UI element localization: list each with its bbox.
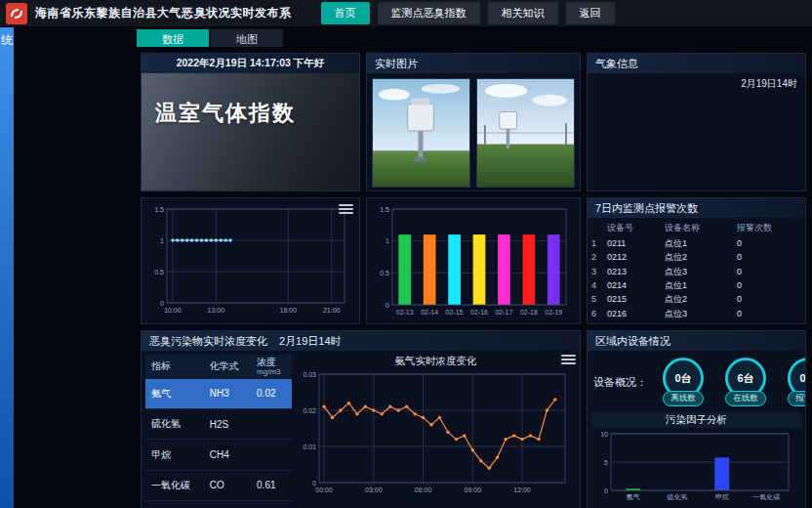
index-trend-chart: 00.511.510:0013:0018:0021:00 <box>143 202 352 316</box>
col-device-name: 设备名称 <box>661 220 733 236</box>
alarm-row: 40214点位10 <box>588 278 805 292</box>
chart-menu-icon[interactable] <box>339 202 353 216</box>
pollutant-table: 指标 化学式 浓度mg/m3 氨气NH30.02硫化氢H2S甲烷CH4一氧化碳C… <box>145 355 292 501</box>
svg-text:10:00: 10:00 <box>164 307 182 314</box>
app-title: 海南省乐东黎族自治县大气恶臭状况实时发布系 <box>35 5 292 21</box>
svg-text:06:00: 06:00 <box>415 487 432 493</box>
nav-item-0[interactable]: 首页 <box>321 2 370 24</box>
factor-analysis-wrap: 0510氨气硫化氢甲烷一氧化碳 <box>588 428 805 508</box>
tab-0[interactable]: 数据 <box>137 29 209 47</box>
col-device-id: 设备号 <box>603 220 661 236</box>
svg-text:0.5: 0.5 <box>380 270 389 276</box>
nav-item-1[interactable]: 监测点恶臭指数 <box>378 2 480 24</box>
device-overview: 设备概况： 0台离线数6台在线数0台报警数 <box>588 351 805 409</box>
alarm-row: 30213点位30 <box>588 265 805 278</box>
alarm-row: 20212点位20 <box>588 250 805 264</box>
col-formula: 化学式 <box>204 355 251 379</box>
alarm-table-body: 10211点位1020212点位2030213点位3040214点位105021… <box>588 236 805 320</box>
svg-text:0.5: 0.5 <box>154 269 164 275</box>
nh3-trend-chart: 00.010.020.0300:0003:0006:0009:0012:00 <box>292 368 575 495</box>
pollutant-row[interactable]: 硫化氢H2S <box>145 409 292 440</box>
nav-item-2[interactable]: 相关知识 <box>488 2 558 24</box>
left-accent-strip: 统 <box>0 27 14 508</box>
nh3-chart-title: 氨气实时浓度变化 <box>292 351 580 368</box>
factor-analysis-chart: 0510氨气硫化氢甲烷一氧化碳 <box>591 430 796 502</box>
overview-label: 设备概况： <box>593 375 647 390</box>
nh3-chart-area: 氨气实时浓度变化 00.010.020.0300:0003:0006:0009:… <box>292 351 580 501</box>
devices-title: 区域内设备情况 <box>595 334 670 349</box>
svg-text:18:00: 18:00 <box>280 307 298 314</box>
svg-text:0: 0 <box>604 487 608 494</box>
svg-text:1: 1 <box>160 237 164 244</box>
svg-text:02-16: 02-16 <box>470 309 488 316</box>
top-bar: 海南省乐东黎族自治县大气恶臭状况实时发布系 首页监测点恶臭指数相关知识返回 <box>0 0 812 27</box>
svg-text:02-19: 02-19 <box>545 309 562 316</box>
analysis-title: 污染因子分析 <box>591 412 801 428</box>
svg-text:5: 5 <box>604 459 608 466</box>
svg-text:02-17: 02-17 <box>495 309 512 316</box>
weather-date: 2月19日14时 <box>741 78 797 89</box>
pollutant-table-body: 氨气NH30.02硫化氢H2S甲烷CH4一氧化碳CO0.61 <box>145 379 292 501</box>
alarm-table: 设备号 设备名称 报警次数 10211点位1020212点位2030213点位3… <box>588 220 805 320</box>
main-frame: 统 数据地图 2022年2月19日 14:17:03 下午好 温室气体指数 实时… <box>0 27 812 508</box>
device-stat: 6台在线数 <box>717 358 774 406</box>
daily-index-chart: 00.511.502-1302-1402-1502-1602-1702-1802… <box>369 202 574 318</box>
weather-header: 气象信息 <box>588 54 805 73</box>
panel-alarms: 7日内监测点报警次数 设备号 设备名称 报警次数 10211点位1020212点… <box>587 197 806 324</box>
alarm-row: 10211点位10 <box>588 236 805 250</box>
stat-label: 报警数 <box>788 391 806 406</box>
tab-1[interactable]: 地图 <box>211 29 283 47</box>
site-photo-1[interactable] <box>372 78 470 188</box>
svg-text:0.01: 0.01 <box>303 444 316 450</box>
pollutant-row[interactable]: 甲烷CH4 <box>145 440 292 470</box>
stat-label: 离线数 <box>663 391 704 406</box>
svg-text:1.5: 1.5 <box>154 206 164 213</box>
photos-title: 实时图片 <box>375 57 418 71</box>
svg-text:02-18: 02-18 <box>520 309 538 316</box>
alarms-title: 7日内监测点报警次数 <box>595 201 698 216</box>
panel-greeting: 2022年2月19日 14:17:03 下午好 温室气体指数 <box>141 53 360 191</box>
svg-text:02-15: 02-15 <box>446 309 464 316</box>
svg-text:13:00: 13:00 <box>208 307 225 314</box>
current-datetime: 2022年2月19日 14:17:03 下午好 <box>177 57 325 70</box>
page-headline: 温室气体指数 <box>155 99 345 128</box>
device-stat: 0台报警数 <box>780 358 806 406</box>
pollutant-row[interactable]: 氨气NH30.02 <box>145 379 292 409</box>
weather-body: 2月19日14时 <box>588 73 805 95</box>
col-indicator: 指标 <box>145 355 204 379</box>
alarm-row: 50215点位20 <box>588 292 805 306</box>
site-photo-2[interactable] <box>476 78 575 188</box>
panel-daily-index: 00.511.502-1302-1402-1502-1602-1702-1802… <box>366 197 581 324</box>
main-area: 数据地图 2022年2月19日 14:17:03 下午好 温室气体指数 实时图片 <box>135 27 812 508</box>
pollutants-body: 指标 化学式 浓度mg/m3 氨气NH30.02硫化氢H2S甲烷CH4一氧化碳C… <box>142 351 580 501</box>
left-sidebar <box>14 27 135 508</box>
stat-label: 在线数 <box>725 391 766 406</box>
pollutants-header: 恶臭污染物实时浓度变化 2月19日14时 <box>142 331 580 351</box>
svg-text:00:00: 00:00 <box>315 487 333 493</box>
svg-text:09:00: 09:00 <box>465 487 482 493</box>
datetime-bar: 2022年2月19日 14:17:03 下午好 <box>142 54 359 73</box>
svg-text:0: 0 <box>312 480 316 487</box>
device-stats: 0台离线数6台在线数0台报警数 <box>655 358 806 406</box>
svg-text:氨气: 氨气 <box>627 493 640 500</box>
app-logo-icon <box>6 3 27 24</box>
weather-title: 气象信息 <box>595 57 638 71</box>
col-unit: mg/m3 <box>257 368 286 376</box>
svg-text:10: 10 <box>600 431 608 438</box>
alarm-table-header: 设备号 设备名称 报警次数 <box>588 220 805 236</box>
svg-text:硫化氢: 硫化氢 <box>667 493 688 501</box>
daily-index-wrap: 00.511.502-1302-1402-1502-1602-1702-1802… <box>367 198 580 324</box>
svg-text:甲烷: 甲烷 <box>715 493 729 501</box>
svg-text:一氧化碳: 一氧化碳 <box>752 493 780 501</box>
panel-pollutants: 恶臭污染物实时浓度变化 2月19日14时 指标 化学式 浓度mg/m3 氨气NH… <box>141 330 581 508</box>
device-stat: 0台离线数 <box>655 358 711 406</box>
nav-item-3[interactable]: 返回 <box>566 2 615 24</box>
panel-photos: 实时图片 <box>366 53 581 191</box>
chart-menu-icon[interactable] <box>561 353 576 366</box>
tab-bar: 数据地图 <box>135 27 812 47</box>
pollutant-row[interactable]: 一氧化碳CO0.61 <box>145 470 292 500</box>
hero-banner: 温室气体指数 <box>142 73 359 191</box>
pollutants-date: 2月19日14时 <box>279 334 342 349</box>
svg-text:0: 0 <box>386 302 389 309</box>
photo-strip <box>367 73 580 191</box>
